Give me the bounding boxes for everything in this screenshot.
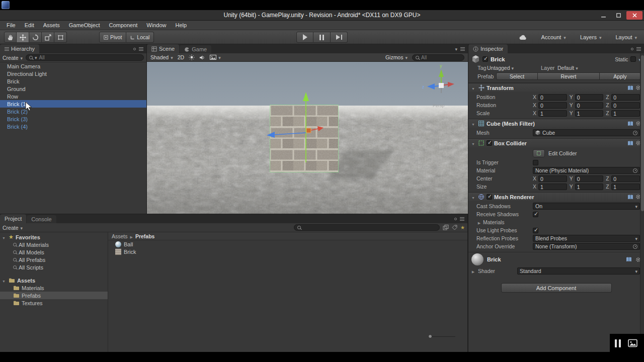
lock-icon[interactable] [454,218,457,220]
hierarchy-item-brick-1-selected[interactable]: Brick (1) [0,100,146,108]
hierarchy-item-brick-2[interactable]: Brick (2) [0,108,146,115]
tab-console[interactable]: Console [27,215,56,223]
scale-tool-button[interactable] [42,32,54,43]
scene-viewport[interactable]: y z Persp [147,62,468,214]
foldout-icon[interactable] [470,140,476,146]
folder-textures[interactable]: Textures [0,299,108,307]
menu-file[interactable]: File [2,21,20,30]
scrollbar-thumb[interactable] [641,55,644,211]
physic-material-field[interactable]: None (Physic Material) [533,167,640,174]
gizmos-dropdown[interactable]: Gizmos [385,54,408,60]
center-y-field[interactable]: 0 [575,175,604,182]
use-light-probes-checkbox[interactable] [533,228,538,233]
asset-item-ball[interactable]: Ball [108,240,467,248]
object-picker-icon[interactable] [633,131,637,135]
foldout-icon[interactable] [476,219,482,225]
menu-help[interactable]: Help [171,21,191,30]
center-z-field[interactable]: 0 [611,175,640,182]
position-z-field[interactable]: 0 [611,94,640,101]
breadcrumb-prefabs[interactable]: Prefabs [135,233,155,239]
menu-component[interactable]: Component [104,21,142,30]
rotation-x-field[interactable]: 0 [538,102,567,109]
scene-search-input[interactable]: All [412,54,464,61]
search-by-label-icon[interactable] [452,225,457,230]
layer-dropdown[interactable]: Default [557,65,641,71]
project-create-button[interactable]: Create [3,225,23,231]
lighting-toggle[interactable] [189,54,195,60]
slider-knob[interactable] [428,334,432,338]
folder-materials[interactable]: Materials [0,284,108,292]
chevron-down-icon[interactable] [455,46,457,52]
help-book-icon[interactable] [627,85,633,90]
hierarchy-item-row[interactable]: Row [0,93,146,100]
help-book-icon[interactable] [626,257,632,262]
lock-icon[interactable] [631,48,633,50]
asset-item-brick[interactable]: Brick [108,248,467,255]
lock-icon[interactable] [133,48,136,50]
prefab-revert-button[interactable]: Revert [538,72,600,80]
is-trigger-checkbox[interactable] [533,160,538,165]
menu-gameobject[interactable]: GameObject [64,21,105,30]
search-by-type-icon[interactable] [443,225,449,230]
box-collider-header[interactable]: Box Collider [468,139,644,147]
close-button[interactable] [626,11,642,20]
favorite-all-prefabs[interactable]: All Prefabs [0,256,108,263]
prefab-select-button[interactable]: Select [496,72,538,80]
layers-dropdown[interactable]: Layers [578,32,604,43]
panel-menu-icon[interactable] [139,49,143,49]
foldout-icon[interactable] [470,85,476,91]
object-picker-icon[interactable] [633,168,637,173]
project-search-input[interactable] [294,224,440,231]
tab-hierarchy[interactable]: Hierarchy [0,44,39,53]
object-picker-icon[interactable] [633,244,637,249]
rotate-tool-button[interactable] [29,32,42,43]
folder-prefabs-selected[interactable]: Prefabs [0,292,108,299]
object-name[interactable]: Brick [491,56,505,62]
material-header[interactable]: Brick [468,252,644,266]
cloud-services-button[interactable] [517,32,529,43]
effects-dropdown[interactable] [210,54,221,60]
account-dropdown[interactable]: Account [539,32,568,43]
panel-menu-icon[interactable] [460,49,465,49]
rotation-y-field[interactable]: 0 [575,102,604,109]
hierarchy-item-directional-light[interactable]: Directional Light [0,70,146,77]
video-thumbnail-icon[interactable] [628,339,637,347]
view-mode-label[interactable]: Persp [433,103,445,108]
add-component-button[interactable]: Add Component [501,283,612,293]
panel-menu-icon[interactable] [636,49,641,49]
favorite-all-models[interactable]: All Models [0,248,108,256]
component-enabled-checkbox[interactable] [487,194,492,200]
minimize-button[interactable] [596,11,610,20]
pause-button[interactable] [313,32,331,43]
mesh-object-field[interactable]: Cube [533,129,640,136]
save-search-star-icon[interactable]: ★ [460,225,465,230]
hierarchy-item-brick[interactable]: Brick [0,77,146,85]
assets-root[interactable]: Assets [0,277,108,284]
foldout-icon[interactable] [470,194,476,200]
rect-tool-button[interactable] [54,32,67,43]
local-toggle-button[interactable]: Local [126,32,154,43]
tab-project[interactable]: Project [0,214,26,223]
menu-assets[interactable]: Assets [39,21,64,30]
size-z-field[interactable]: 1 [611,184,640,190]
hierarchy-create-button[interactable]: Create [3,55,23,61]
size-y-field[interactable]: 1 [575,184,604,190]
component-enabled-checkbox[interactable] [487,140,492,146]
play-button[interactable] [296,32,313,43]
hand-tool-button[interactable] [4,32,17,43]
active-checkbox[interactable] [482,56,488,62]
cast-shadows-dropdown[interactable]: On [533,203,640,210]
hierarchy-item-ground[interactable]: Ground [0,85,146,93]
breadcrumb-assets[interactable]: Assets [112,233,128,239]
video-pause-icon[interactable] [615,339,617,347]
foldout-icon[interactable] [1,234,7,240]
foldout-icon[interactable] [470,268,476,274]
anchor-override-field[interactable]: None (Transform) [533,243,640,250]
panel-menu-icon[interactable] [460,219,464,219]
mesh-renderer-header[interactable]: Mesh Renderer [468,193,644,201]
menu-edit[interactable]: Edit [20,21,39,30]
mesh-filter-header[interactable]: Cube (Mesh Filter) [468,119,644,128]
tab-scene[interactable]: Scene [147,44,179,53]
prefab-apply-button[interactable]: Apply [600,72,641,80]
move-gizmo[interactable] [267,92,324,162]
